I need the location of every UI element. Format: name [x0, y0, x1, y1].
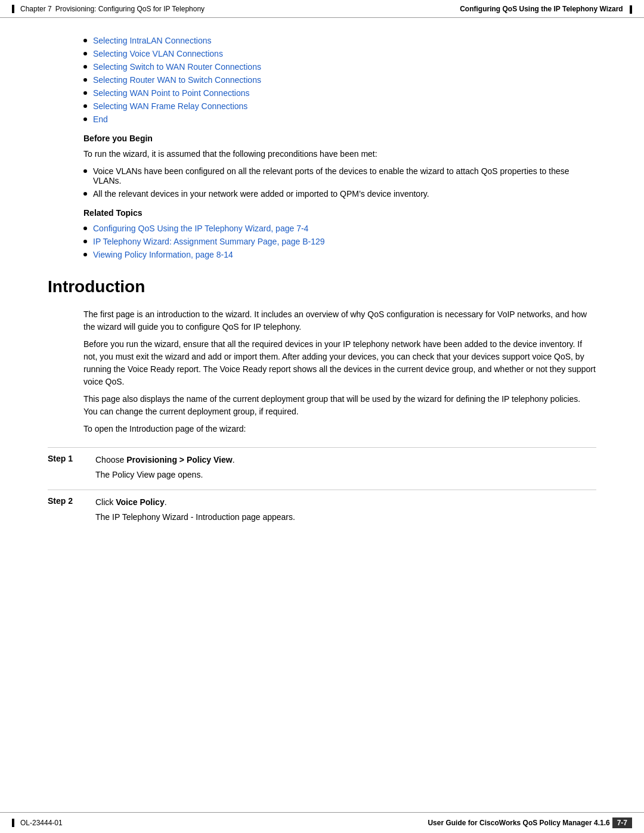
before-you-begin-intro: To run the wizard, it is assumed that th… [83, 148, 596, 160]
introduction-heading: Introduction [48, 277, 596, 296]
link-end[interactable]: End [93, 114, 108, 124]
before-bullet-2: All the relevant devices in your network… [93, 189, 429, 199]
list-item: Selecting Voice VLAN Connections [83, 49, 596, 58]
step-2-prefix: Click [95, 497, 116, 507]
bullet-dot [83, 240, 87, 243]
footer-left: OL-23444-01 [12, 819, 63, 827]
page-number: 7-7 [612, 817, 632, 828]
link-router-wan[interactable]: Selecting Router WAN to Switch Connectio… [93, 75, 261, 85]
content-area: Selecting IntraLAN Connections Selecting… [0, 18, 644, 812]
page-container: Chapter 7 Provisioning: Configuring QoS … [0, 0, 644, 833]
page-header: Chapter 7 Provisioning: Configuring QoS … [0, 0, 644, 18]
bullet-dot [83, 91, 87, 95]
step-2-row: Step 2 Click Voice Policy. The IP Teleph… [48, 490, 596, 532]
step-1-content: Choose Provisioning > Policy View. The P… [95, 447, 596, 490]
before-you-begin-heading: Before you Begin [83, 134, 596, 143]
step-2-content: Click Voice Policy. The IP Telephony Wiz… [95, 490, 596, 532]
step-1-instruction: Choose Provisioning > Policy View. [95, 454, 596, 466]
step-1-suffix: . [233, 455, 235, 465]
bullet-dot [83, 169, 87, 173]
step-2-subtext: The IP Telephony Wizard - Introduction p… [95, 511, 596, 524]
link-related-2[interactable]: IP Telephony Wizard: Assignment Summary … [93, 237, 325, 246]
link-wan-frame-relay[interactable]: Selecting WAN Frame Relay Connections [93, 101, 247, 111]
step-1-row: Step 1 Choose Provisioning > Policy View… [48, 447, 596, 490]
list-item: Selecting WAN Frame Relay Connections [83, 101, 596, 111]
list-item: IP Telephony Wizard: Assignment Summary … [83, 237, 596, 246]
list-item: Viewing Policy Information, page 8-14 [83, 250, 596, 259]
footer-right-label: User Guide for CiscoWorks QoS Policy Man… [428, 819, 609, 827]
bullet-dot [83, 227, 87, 230]
link-voice-vlan[interactable]: Selecting Voice VLAN Connections [93, 49, 223, 58]
step-1-bold: Provisioning > Policy View [126, 455, 233, 465]
list-item: Selecting Router WAN to Switch Connectio… [83, 75, 596, 85]
intro-para-3: This page also displays the name of the … [83, 393, 596, 418]
link-related-3[interactable]: Viewing Policy Information, page 8-14 [93, 250, 233, 259]
header-chapter-label: Chapter 7 [20, 5, 52, 13]
bullet-dot [83, 39, 87, 42]
header-left: Chapter 7 Provisioning: Configuring QoS … [12, 5, 205, 13]
bullet-dot [83, 65, 87, 69]
list-item: All the relevant devices in your network… [83, 189, 596, 199]
page-footer: OL-23444-01 User Guide for CiscoWorks Qo… [0, 812, 644, 833]
footer-right: User Guide for CiscoWorks QoS Policy Man… [428, 817, 632, 828]
header-right: Configuring QoS Using the IP Telephony W… [460, 5, 632, 14]
header-right-bar [630, 5, 632, 14]
before-you-begin-list: Voice VLANs have been configured on all … [83, 166, 596, 199]
list-item: End [83, 114, 596, 124]
step-2-suffix: . [165, 497, 167, 507]
footer-doc-number: OL-23444-01 [20, 819, 63, 827]
list-item: Selecting Switch to WAN Router Connectio… [83, 62, 596, 72]
bullet-dot [83, 52, 87, 55]
header-left-bar [12, 5, 14, 13]
list-item: Voice VLANs have been configured on all … [83, 166, 596, 185]
intro-para-2: Before you run the wizard, ensure that a… [83, 338, 596, 388]
bullet-dot [83, 253, 87, 256]
link-related-1[interactable]: Configuring QoS Using the IP Telephony W… [93, 224, 308, 233]
bullet-dot [83, 192, 87, 196]
bullet-dot [83, 117, 87, 121]
link-switch-to-wan[interactable]: Selecting Switch to WAN Router Connectio… [93, 62, 261, 72]
before-bullet-1: Voice VLANs have been configured on all … [93, 166, 596, 185]
step-1-subtext: The Policy View page opens. [95, 469, 596, 481]
step-2-bold: Voice Policy [116, 497, 164, 507]
step-2-label: Step 2 [48, 490, 95, 532]
header-chapter-title: Provisioning: Configuring QoS for IP Tel… [55, 5, 205, 13]
header-right-title: Configuring QoS Using the IP Telephony W… [460, 5, 623, 13]
steps-table: Step 1 Choose Provisioning > Policy View… [48, 447, 596, 532]
related-topics-heading: Related Topics [83, 208, 596, 218]
bullet-links-list: Selecting IntraLAN Connections Selecting… [83, 36, 596, 124]
intro-para-4: To open the Introduction page of the wiz… [83, 423, 596, 435]
list-item: Selecting IntraLAN Connections [83, 36, 596, 45]
step-2-instruction: Click Voice Policy. [95, 496, 596, 509]
list-item: Selecting WAN Point to Point Connections [83, 88, 596, 98]
footer-left-bar [12, 819, 14, 827]
bullet-dot [83, 78, 87, 82]
link-intraLAN[interactable]: Selecting IntraLAN Connections [93, 36, 211, 45]
list-item: Configuring QoS Using the IP Telephony W… [83, 224, 596, 233]
step-1-label: Step 1 [48, 447, 95, 490]
intro-para-1: The first page is an introduction to the… [83, 308, 596, 333]
link-wan-point[interactable]: Selecting WAN Point to Point Connections [93, 88, 250, 98]
bullet-dot [83, 104, 87, 108]
related-topics-list: Configuring QoS Using the IP Telephony W… [83, 224, 596, 259]
step-1-prefix: Choose [95, 455, 126, 465]
